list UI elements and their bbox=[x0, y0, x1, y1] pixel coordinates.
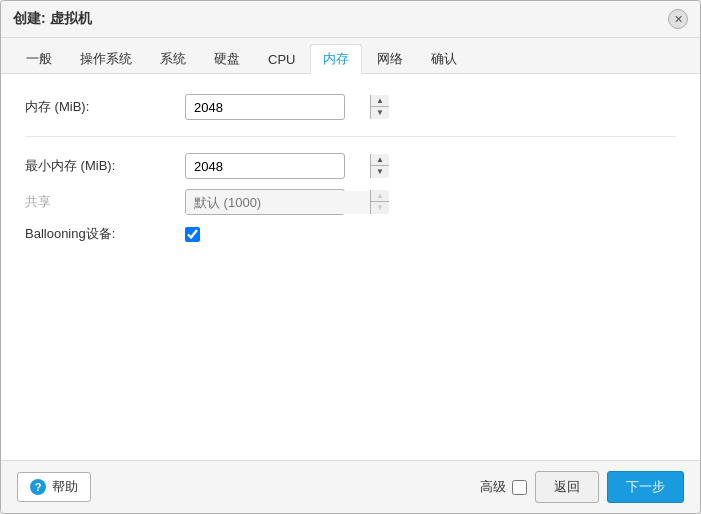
spin-down-icon-3: ▼ bbox=[376, 204, 384, 212]
content-area: 内存 (MiB): ▲ ▼ 最小内存 (MiB): bbox=[1, 74, 700, 460]
min-memory-label: 最小内存 (MiB): bbox=[25, 157, 185, 175]
min-memory-row: 最小内存 (MiB): ▲ ▼ bbox=[25, 153, 676, 179]
ballooning-checkbox[interactable] bbox=[185, 227, 200, 242]
close-icon: ✕ bbox=[674, 13, 683, 26]
share-spinbox: ▲ ▼ bbox=[185, 189, 345, 215]
close-button[interactable]: ✕ bbox=[668, 9, 688, 29]
share-label: 共享 bbox=[25, 193, 185, 211]
dialog: 创建: 虚拟机 ✕ 一般 操作系统 系统 硬盘 CPU 内存 网络 确认 内存 … bbox=[0, 0, 701, 514]
min-memory-spinbox: ▲ ▼ bbox=[185, 153, 345, 179]
tab-os[interactable]: 操作系统 bbox=[67, 44, 145, 73]
memory-spinbox: ▲ ▼ bbox=[185, 94, 345, 120]
min-memory-spin-up[interactable]: ▲ bbox=[371, 154, 389, 166]
advanced-label: 高级 bbox=[480, 478, 506, 496]
spin-up-icon-2: ▲ bbox=[376, 156, 384, 164]
memory-row: 内存 (MiB): ▲ ▼ bbox=[25, 94, 676, 137]
footer: ? 帮助 高级 返回 下一步 bbox=[1, 460, 700, 513]
min-memory-spin-down[interactable]: ▼ bbox=[371, 166, 389, 178]
tab-bar: 一般 操作系统 系统 硬盘 CPU 内存 网络 确认 bbox=[1, 38, 700, 74]
tab-network[interactable]: 网络 bbox=[364, 44, 416, 73]
back-button[interactable]: 返回 bbox=[535, 471, 599, 503]
share-spin-down: ▼ bbox=[371, 202, 389, 214]
tab-disk[interactable]: 硬盘 bbox=[201, 44, 253, 73]
ballooning-row: Ballooning设备: bbox=[25, 225, 676, 243]
help-label: 帮助 bbox=[52, 478, 78, 496]
share-spin-buttons: ▲ ▼ bbox=[370, 190, 389, 214]
next-button[interactable]: 下一步 bbox=[607, 471, 684, 503]
memory-label: 内存 (MiB): bbox=[25, 98, 185, 116]
footer-right: 高级 返回 下一步 bbox=[480, 471, 684, 503]
help-icon: ? bbox=[30, 479, 46, 495]
memory-spin-up[interactable]: ▲ bbox=[371, 95, 389, 107]
min-memory-input[interactable] bbox=[186, 155, 370, 178]
share-spin-up: ▲ bbox=[371, 190, 389, 202]
tab-system[interactable]: 系统 bbox=[147, 44, 199, 73]
tab-memory[interactable]: 内存 bbox=[310, 44, 362, 74]
memory-input[interactable] bbox=[186, 96, 370, 119]
help-button[interactable]: ? 帮助 bbox=[17, 472, 91, 502]
share-input bbox=[186, 191, 370, 214]
spin-up-icon: ▲ bbox=[376, 97, 384, 105]
memory-spin-buttons: ▲ ▼ bbox=[370, 95, 389, 119]
dialog-title: 创建: 虚拟机 bbox=[13, 10, 92, 28]
spin-up-icon-3: ▲ bbox=[376, 192, 384, 200]
share-row: 共享 ▲ ▼ bbox=[25, 189, 676, 215]
advanced-section: 高级 bbox=[480, 478, 527, 496]
title-bar: 创建: 虚拟机 ✕ bbox=[1, 1, 700, 38]
advanced-checkbox[interactable] bbox=[512, 480, 527, 495]
tab-confirm[interactable]: 确认 bbox=[418, 44, 470, 73]
tab-cpu[interactable]: CPU bbox=[255, 46, 308, 72]
tab-general[interactable]: 一般 bbox=[13, 44, 65, 73]
spin-down-icon: ▼ bbox=[376, 109, 384, 117]
spin-down-icon-2: ▼ bbox=[376, 168, 384, 176]
memory-spin-down[interactable]: ▼ bbox=[371, 107, 389, 119]
ballooning-checkbox-wrapper bbox=[185, 227, 200, 242]
min-memory-spin-buttons: ▲ ▼ bbox=[370, 154, 389, 178]
ballooning-label: Ballooning设备: bbox=[25, 225, 185, 243]
